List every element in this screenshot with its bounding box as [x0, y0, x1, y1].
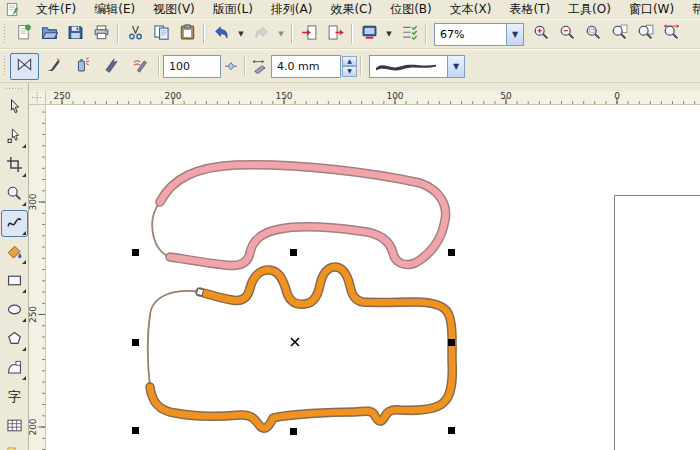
- menu-item-file[interactable]: 文件(F): [31, 0, 81, 19]
- selection-handle[interactable]: [290, 428, 297, 435]
- page-border: [615, 196, 700, 450]
- copy-button[interactable]: [148, 22, 174, 47]
- toolbox-ellipse-tool[interactable]: [1, 297, 28, 324]
- chevron-down-icon[interactable]: ▼: [506, 24, 523, 45]
- cut-button[interactable]: [122, 22, 148, 47]
- undo-list-dropdown-button[interactable]: ▼: [234, 22, 248, 47]
- menu-item-text[interactable]: 文本(X): [445, 0, 497, 19]
- zoom-width-button[interactable]: [658, 22, 684, 47]
- options-checklist-button[interactable]: [396, 22, 422, 47]
- spin-up-button[interactable]: ▲: [342, 56, 357, 67]
- zoom-out-button[interactable]: [554, 22, 580, 47]
- zoom-tool-icon: [6, 185, 23, 205]
- pick-tool-icon: [6, 98, 23, 118]
- toolbox-zoom-tool[interactable]: [1, 181, 28, 208]
- property-bar-grip[interactable]: [3, 56, 7, 76]
- handset-outline-shape[interactable]: [152, 165, 445, 266]
- toolbox-smart-fill-tool[interactable]: [1, 239, 28, 266]
- toolbox-crop-tool[interactable]: [1, 152, 28, 179]
- zoom-page-button[interactable]: [632, 22, 658, 47]
- selection-handle[interactable]: [132, 249, 139, 256]
- toolbar-grip[interactable]: [3, 24, 7, 44]
- selection-handle[interactable]: [448, 427, 455, 434]
- artistic-media-calligraphic-button[interactable]: [97, 53, 126, 80]
- menu-item-arrange[interactable]: 排列(A): [266, 0, 318, 19]
- selection-handle[interactable]: [448, 249, 455, 256]
- menu-item-bitmaps[interactable]: 位图(B): [385, 0, 437, 19]
- toolbox-freehand-tool[interactable]: [1, 210, 28, 237]
- export-button[interactable]: [322, 22, 348, 47]
- toolbox-rectangle-tool[interactable]: [1, 268, 28, 295]
- svg-text:0: 0: [614, 91, 620, 101]
- menu-item-window[interactable]: 窗口(W): [624, 0, 679, 19]
- toolbox-basic-shapes-tool[interactable]: [1, 355, 28, 382]
- undo-button[interactable]: [208, 22, 234, 47]
- flyout-indicator: [22, 144, 26, 148]
- toolbox-pick-tool[interactable]: [1, 94, 28, 121]
- zoom-all-objects-button[interactable]: [606, 22, 632, 47]
- import-button[interactable]: [296, 22, 322, 47]
- chevron-down-icon[interactable]: ▼: [447, 56, 464, 77]
- menu-item-layout[interactable]: 版面(L): [208, 0, 258, 19]
- artistic-media-preset-button[interactable]: [10, 53, 39, 80]
- application-launcher-list-dropdown-button[interactable]: ▼: [382, 22, 396, 47]
- separator: [360, 56, 362, 76]
- menu-items: 文件(F)编辑(E)视图(V)版面(L)排列(A)效果(C)位图(B)文本(X)…: [27, 0, 700, 18]
- selection-handle[interactable]: [132, 427, 139, 434]
- zoom-level-combo[interactable]: 67%▼: [434, 23, 524, 46]
- phone-base-outline-shape[interactable]: [148, 267, 453, 428]
- stroke-width-field[interactable]: 4.0 mm: [271, 55, 341, 78]
- menu-item-table[interactable]: 表格(T): [504, 0, 555, 19]
- menu-item-tools[interactable]: 工具(O): [563, 0, 616, 19]
- separator: [203, 24, 205, 44]
- paste-button[interactable]: [174, 22, 200, 47]
- drawing-canvas[interactable]: [46, 105, 700, 450]
- application-launcher-button[interactable]: [356, 22, 382, 47]
- svg-text:200: 200: [164, 91, 181, 101]
- freehand-tool-icon: [6, 214, 23, 234]
- zoom-selected-button[interactable]: [580, 22, 606, 47]
- artistic-media-brush-button[interactable]: [39, 53, 68, 80]
- rectangle-tool-icon: [6, 272, 23, 292]
- artistic-media-sprayer-button[interactable]: [68, 53, 97, 80]
- menu-item-edit[interactable]: 编辑(E): [89, 0, 140, 19]
- spin-down-button[interactable]: ▼: [342, 66, 357, 77]
- stroke-width-icon: [249, 54, 271, 79]
- svg-text:200: 200: [29, 418, 38, 435]
- toolbox-grip[interactable]: [6, 85, 22, 92]
- zoom-in-button[interactable]: [528, 22, 554, 47]
- basic-shapes-tool-icon: [6, 359, 23, 379]
- freehand-smoothing-field[interactable]: 100: [163, 55, 221, 78]
- open-file-button[interactable]: [36, 22, 62, 47]
- preset-icon: [16, 56, 33, 76]
- selection-center-mark[interactable]: [291, 338, 299, 346]
- vertical-ruler[interactable]: 300250200: [29, 105, 46, 450]
- ruler-origin-corner[interactable]: [29, 91, 46, 105]
- menu-item-help[interactable]: 帮助(H): [687, 0, 700, 19]
- stroke-style-combo[interactable]: ▼: [369, 55, 465, 78]
- redo-list-dropdown-button[interactable]: ▼: [274, 22, 288, 47]
- menu-item-view[interactable]: 视图(V): [148, 0, 200, 19]
- selection-handle[interactable]: [132, 339, 139, 346]
- canvas-svg[interactable]: [46, 105, 700, 450]
- artistic-media-pressure-button[interactable]: [126, 53, 155, 80]
- redo-button[interactable]: [248, 22, 274, 47]
- smoothing-slider-button[interactable]: [221, 54, 241, 79]
- export-icon: [327, 24, 344, 44]
- toolbox-table-tool[interactable]: [1, 413, 28, 440]
- print-button[interactable]: [88, 22, 114, 47]
- menu-item-effects[interactable]: 效果(C): [325, 0, 377, 19]
- toolbox-interactive-blend-tool[interactable]: [1, 442, 28, 450]
- selection-handle[interactable]: [290, 249, 297, 256]
- svg-text:100: 100: [386, 91, 403, 101]
- save-button[interactable]: [62, 22, 88, 47]
- toolbox-polygon-tool[interactable]: [1, 326, 28, 353]
- new-document-button[interactable]: [10, 22, 36, 47]
- handset-band-fill: [160, 165, 446, 266]
- horizontal-ruler[interactable]: 250200150100500: [46, 91, 700, 105]
- toolbox-text-tool[interactable]: 字: [1, 384, 28, 411]
- toolbar-items: ▼▼▼67%▼: [10, 22, 684, 47]
- curve-start-node[interactable]: [196, 288, 203, 295]
- selection-handle[interactable]: [448, 339, 455, 346]
- toolbox-shape-tool[interactable]: [1, 123, 28, 150]
